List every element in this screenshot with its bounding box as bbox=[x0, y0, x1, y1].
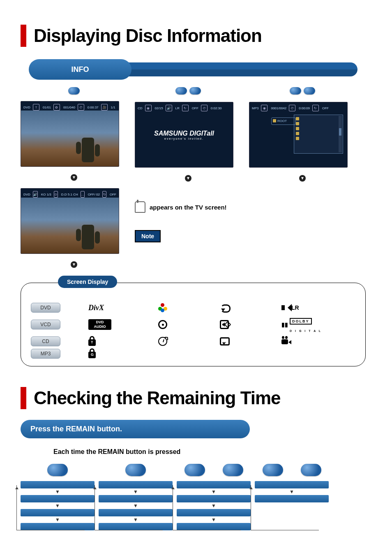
info-screenshots-row: DVD T 01/01 ✿ 001/040 ⏱ 0:00:37 🎥 1/1 ▼ … bbox=[21, 87, 371, 270]
dvd-shot1-button-icon bbox=[68, 87, 80, 94]
remain-btn-icon bbox=[223, 464, 243, 476]
remain-line bbox=[21, 509, 95, 516]
camera-angle-icon bbox=[281, 338, 347, 345]
dvd-audio-line1: DVD bbox=[88, 320, 111, 325]
remain-btn-icon bbox=[184, 464, 205, 476]
page-number: 30 bbox=[16, 12, 23, 18]
hand-stop-icon bbox=[135, 201, 145, 213]
note-tag: Note bbox=[135, 230, 161, 242]
dvd1-type: DVD bbox=[23, 106, 30, 109]
cd-shot-button-icon-1 bbox=[175, 87, 187, 94]
audio-dolby-icon: D bbox=[54, 191, 58, 198]
remain-col-4: ▼ bbox=[255, 464, 329, 532]
cactus-decoration-2 bbox=[82, 225, 94, 249]
remain-cycle-row: ▼ ▼ ▼ ▼ ▼ ▼ bbox=[21, 464, 371, 532]
chapter-icon: ✿ bbox=[53, 104, 60, 111]
down-caret-icon: ▼ bbox=[177, 504, 251, 507]
media-pill-mp3: MP3 bbox=[31, 349, 60, 359]
time-icon: ⏱ bbox=[78, 104, 84, 111]
heading-accent-bar bbox=[21, 25, 26, 47]
dvd-audio-logo: DVD AUDIO bbox=[88, 319, 111, 330]
repeat-icon: ↻ bbox=[102, 191, 106, 198]
mp3-shot-button-icon-1 bbox=[290, 87, 301, 94]
remain-btn-icon bbox=[47, 464, 68, 476]
mp3-shot-button-icon-2 bbox=[304, 87, 315, 94]
down-caret-icon: ▼ bbox=[21, 490, 95, 493]
remain-line bbox=[255, 481, 329, 488]
screen-display-tab: Screen Display bbox=[58, 276, 117, 288]
dvd1-title: 01/01 bbox=[43, 106, 51, 109]
track-disc-icon bbox=[158, 320, 208, 329]
cycle-arrows: ▼ ▼ ▼ bbox=[177, 481, 251, 533]
hand-note-text: appears on the TV screen! bbox=[150, 204, 227, 211]
remain-line bbox=[177, 523, 251, 530]
arrow-down-icon-4: ▼ bbox=[299, 175, 306, 182]
cd-logo-line1: SAMSUNG DIGITall bbox=[154, 130, 214, 137]
mp3-time: 0:00:09 bbox=[299, 106, 310, 110]
remain-line bbox=[99, 509, 173, 516]
title-lock-icon: T bbox=[88, 337, 146, 346]
remain-line bbox=[21, 481, 95, 488]
dvd1-time: 0:00:37 bbox=[88, 106, 99, 109]
mp3-scrollbar bbox=[339, 116, 342, 152]
cd-shot-button-icon-2 bbox=[189, 87, 201, 94]
remain-col-2: ▼ ▼ ▼ bbox=[99, 464, 173, 532]
dvd1-angle: 1/1 bbox=[111, 106, 115, 109]
remain-line bbox=[177, 509, 251, 516]
dvd1-chapter: 001/040 bbox=[63, 106, 75, 109]
remain-step-pill: Press the REMAIN button. bbox=[21, 420, 250, 438]
dvd-osd-shot-2: DVD 🔊 KO 1/3 D D.D 5.1 CH … OFF/ 02 ↻ OF… bbox=[21, 188, 119, 254]
dolby-sub: D I G I T A L bbox=[290, 329, 322, 332]
remain-line bbox=[21, 495, 95, 502]
section-heading-checking: Checking the Remaining Time bbox=[21, 387, 371, 409]
mp3-type: MP3 bbox=[252, 106, 258, 110]
dvd2-audio: KO 1/3 bbox=[41, 193, 51, 196]
arrow-down-icon-3: ▼ bbox=[185, 175, 191, 182]
dvd2-repeat: OFF bbox=[110, 193, 116, 196]
down-caret-icon: ▼ bbox=[99, 518, 173, 521]
down-caret-icon: ▼ bbox=[99, 504, 173, 507]
mp3-file-row bbox=[296, 131, 341, 136]
remain-subtext: Each time the REMAIN button is pressed bbox=[53, 448, 371, 456]
arrow-down-icon: ▼ bbox=[71, 174, 77, 181]
dolby-digital-logo: ▮▮ DOLBY D I G I T A L bbox=[281, 315, 347, 334]
remain-btn-icon bbox=[125, 464, 146, 476]
remain-line bbox=[99, 523, 173, 530]
dolby-top: DOLBY bbox=[290, 318, 312, 325]
audio-lang-icon: 🔊 bbox=[33, 191, 38, 198]
subtitle-icon: … bbox=[81, 191, 85, 198]
down-caret-icon: ▼ bbox=[21, 504, 95, 507]
down-caret-icon: ▼ bbox=[99, 490, 173, 493]
divx-logo: DivX bbox=[88, 304, 146, 312]
title-clover-icon bbox=[158, 303, 208, 312]
subtitle-bubble-icon: ••• bbox=[220, 337, 269, 345]
mp3-track: 0001/0042 bbox=[271, 106, 286, 110]
remain-line bbox=[21, 523, 95, 530]
down-caret-icon: ▼ bbox=[177, 490, 251, 493]
mp3-file-list: ROOT bbox=[294, 115, 343, 154]
mp3-root-folder: ROOT bbox=[271, 117, 296, 125]
cycle-arrows: ▼ ▼ ▼ bbox=[99, 481, 173, 533]
remain-btn-icon bbox=[301, 464, 321, 476]
heading-accent-bar-2 bbox=[21, 387, 26, 409]
cactus-decoration bbox=[82, 138, 94, 162]
remain-line bbox=[99, 495, 173, 502]
title-icon: T bbox=[33, 104, 39, 111]
heading-checking-title: Checking the Remaining Time bbox=[34, 388, 281, 408]
group-lock-icon: G bbox=[88, 349, 146, 358]
speaker-lr-label: LR bbox=[291, 304, 299, 311]
dvd2-fmt: D.D 5.1 CH bbox=[61, 193, 78, 196]
remain-line bbox=[177, 481, 251, 488]
clock-elapsed-icon bbox=[158, 337, 208, 346]
section-heading-displaying: Displaying Disc Information bbox=[21, 25, 371, 47]
remain-col-1: ▼ ▼ ▼ bbox=[21, 464, 95, 532]
mp3-file-row bbox=[296, 117, 341, 122]
media-pill-dvd: DVD bbox=[31, 303, 60, 313]
mp3-file-row bbox=[296, 136, 341, 141]
cycle-arrows: ▼ ▼ ▼ bbox=[21, 481, 95, 533]
mp3-file-row bbox=[296, 127, 341, 131]
speaker-lr-icon: LR bbox=[281, 303, 347, 312]
dvd-audio-line2: AUDIO bbox=[88, 325, 111, 329]
repeat-cycle-icon bbox=[220, 304, 269, 312]
mp3-repeat-icon: ↻ bbox=[312, 105, 319, 111]
